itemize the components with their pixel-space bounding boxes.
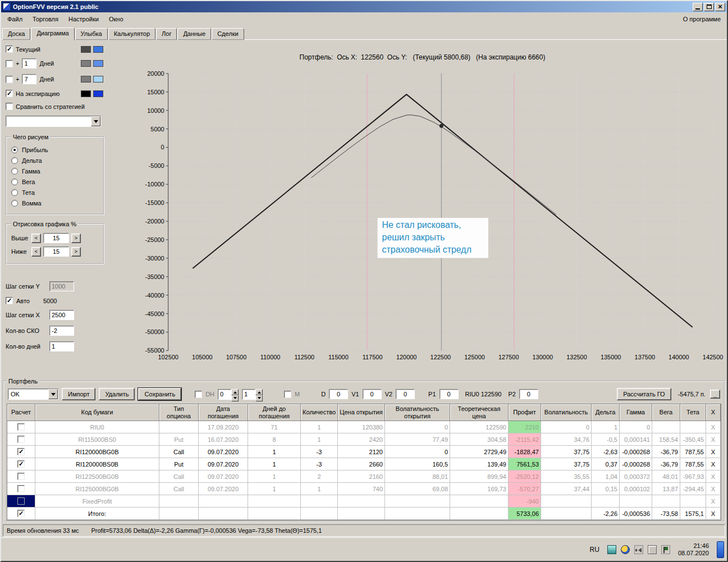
radio-vega[interactable]: Вега (11, 179, 99, 185)
remove-row-button[interactable]: X (706, 508, 721, 520)
sko-count-input[interactable] (49, 326, 74, 336)
column-header-12[interactable]: Гамма (620, 404, 652, 421)
tray-edge-icon[interactable] (717, 541, 724, 558)
remove-row-button[interactable]: X (706, 458, 721, 470)
remove-row-button[interactable]: X (706, 470, 721, 483)
below-increase-button[interactable]: > (71, 247, 81, 257)
expiration-color-swatch-2[interactable] (93, 90, 103, 97)
column-header-3[interactable]: Дата погашения (199, 404, 248, 421)
column-header-4[interactable]: Дней до погашения (248, 404, 301, 421)
above-increase-button[interactable]: > (71, 234, 81, 243)
plus7-color-swatch-2[interactable] (93, 76, 103, 83)
d-input[interactable] (329, 389, 348, 399)
column-header-6[interactable]: Цена открытия (338, 404, 385, 421)
delete-button[interactable]: Удалить (99, 388, 135, 400)
remove-row-button[interactable]: X (706, 483, 721, 495)
radio-delta[interactable]: Дельта (11, 157, 99, 164)
tab-deals[interactable]: Сделки (212, 28, 244, 40)
column-header-10[interactable]: Волатильность (541, 404, 592, 421)
tray-icon-app[interactable] (648, 545, 657, 554)
column-header-9[interactable]: Профит (509, 404, 541, 421)
row-calc-checkbox[interactable] (7, 483, 35, 495)
below-percent-input[interactable] (43, 246, 69, 257)
v1-input[interactable] (363, 389, 382, 399)
tab-data[interactable]: Данные (177, 28, 211, 40)
grid-x-input[interactable] (49, 310, 74, 320)
tray-icon-monitor[interactable] (607, 545, 616, 554)
dh-spinner-1[interactable] (218, 389, 239, 400)
column-header-13[interactable]: Вега (652, 404, 680, 421)
below-decrease-button[interactable]: < (31, 247, 41, 257)
titlebar[interactable]: OptionFVV версия 2.1 public × (1, 1, 727, 12)
above-decrease-button[interactable]: < (31, 234, 41, 243)
row-calc-checkbox[interactable]: ✓ (7, 508, 35, 520)
plus7-checkbox[interactable] (6, 76, 13, 83)
spin-up-icon[interactable] (255, 389, 263, 395)
current-checkbox[interactable]: ✓ (6, 45, 13, 53)
tab-smile[interactable]: Улыбка (75, 28, 108, 40)
import-button[interactable]: Импорт (62, 388, 95, 400)
p1-input[interactable] (439, 389, 459, 399)
radio-profit[interactable]: Прибыль (11, 147, 99, 153)
remove-row-button[interactable]: X (706, 433, 721, 446)
column-header-1[interactable]: Код бумаги (35, 404, 159, 421)
column-header-8[interactable]: Теоретическая цена (450, 404, 509, 421)
portfolio-preset-select[interactable]: OK (8, 389, 58, 400)
tray-icon-flag[interactable] (661, 545, 670, 554)
menu-window[interactable]: Окно (104, 13, 129, 25)
dropdown-arrow-icon[interactable] (91, 116, 100, 126)
calc-go-button[interactable]: Рассчитать ГО (617, 388, 671, 400)
dh-spinner-2[interactable] (242, 389, 263, 400)
days-count-input[interactable] (49, 341, 74, 351)
column-header-11[interactable]: Дельта (592, 404, 620, 421)
expiration-checkbox[interactable]: ✓ (6, 90, 13, 97)
row-calc-checkbox[interactable] (7, 421, 35, 433)
current-color-swatch-1[interactable] (81, 46, 91, 53)
spin-down-icon[interactable] (231, 395, 239, 401)
menu-file[interactable]: Файл (2, 13, 28, 25)
column-header-5[interactable]: Количество (301, 404, 338, 421)
maximize-button[interactable] (704, 3, 714, 11)
plus1-days-input[interactable] (22, 58, 36, 68)
grid-y-input[interactable] (49, 281, 74, 291)
v2-input[interactable] (396, 389, 415, 399)
column-header-0[interactable]: Расчет (7, 404, 35, 421)
tab-diagram[interactable]: Диаграмма (31, 28, 74, 40)
dh-spinner-1-input[interactable] (218, 389, 231, 400)
row-calc-checkbox[interactable]: ✓ (7, 446, 35, 458)
column-header-2[interactable]: Тип опциона (159, 404, 199, 421)
menu-settings[interactable]: Настройки (63, 13, 104, 25)
dh-checkbox[interactable] (195, 391, 202, 398)
column-header-14[interactable]: Тета (680, 404, 706, 421)
radio-gamma[interactable]: Гамма (11, 168, 99, 175)
remove-row-button[interactable]: X (706, 495, 721, 508)
column-header-7[interactable]: Волатильность открытия (385, 404, 450, 421)
save-button[interactable]: Сохранить (138, 388, 181, 400)
row-calc-checkbox[interactable] (7, 495, 35, 508)
expiration-color-swatch-1[interactable] (81, 90, 91, 97)
close-button[interactable]: × (715, 3, 725, 11)
plus1-checkbox[interactable] (6, 60, 13, 67)
plus1-color-swatch-1[interactable] (81, 60, 91, 67)
plus7-color-swatch-1[interactable] (81, 76, 91, 83)
tray-clock[interactable]: 21:46 08.07.2020 (678, 542, 709, 557)
column-header-15[interactable]: X (706, 404, 721, 421)
m-checkbox[interactable] (284, 391, 291, 398)
menu-trading[interactable]: Торговля (28, 13, 63, 25)
tray-icon-update[interactable] (621, 545, 630, 554)
tab-calculator[interactable]: Калькулятор (108, 28, 155, 40)
tab-board[interactable]: Доска (2, 28, 30, 40)
spin-down-icon[interactable] (255, 395, 263, 401)
minimize-button[interactable] (693, 3, 703, 11)
plus7-days-input[interactable] (22, 74, 36, 84)
tab-log[interactable]: Лог (156, 28, 177, 40)
radio-theta[interactable]: Тета (11, 189, 99, 196)
row-calc-checkbox[interactable] (7, 470, 35, 483)
remove-row-button[interactable]: X (706, 421, 721, 433)
collapse-portfolio-button[interactable]: _ (710, 390, 720, 399)
language-indicator[interactable]: RU (590, 546, 599, 554)
above-percent-input[interactable] (43, 233, 69, 243)
radio-vomma[interactable]: Вомма (11, 200, 99, 207)
payoff-chart[interactable]: 1025001050001075001100001125001150001175… (119, 66, 726, 377)
row-calc-checkbox[interactable]: ✓ (7, 458, 35, 470)
